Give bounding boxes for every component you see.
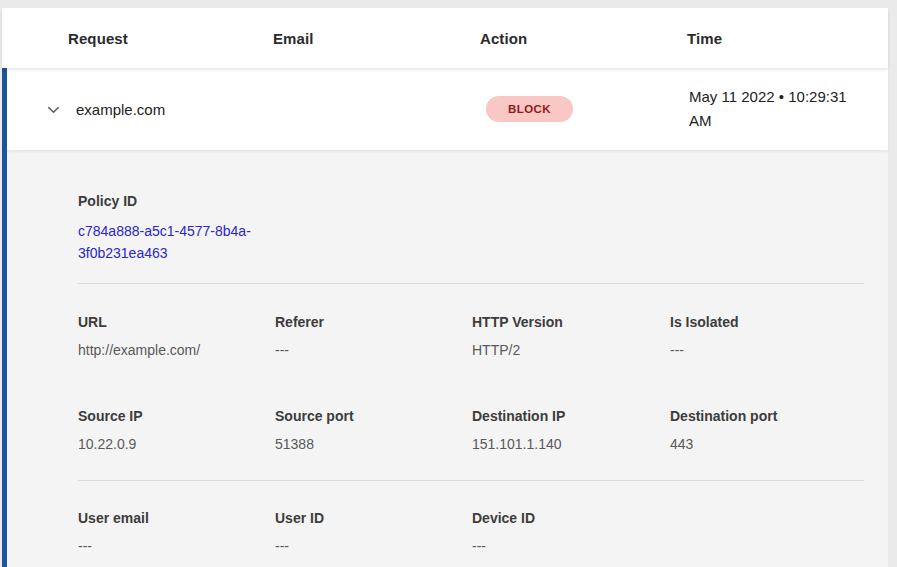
- field-value: 443: [670, 436, 864, 453]
- divider: [78, 283, 864, 284]
- field-value: ---: [78, 538, 275, 555]
- row-details-panel: Policy ID c784a888-a5c1-4577-8b4a-3f0b23…: [7, 150, 888, 567]
- divider: [78, 480, 864, 481]
- field-label: Referer: [275, 314, 472, 330]
- column-header-action: Action: [480, 30, 687, 47]
- action-cell: BLOCK: [482, 96, 689, 122]
- field-is-isolated: Is Isolated ---: [670, 314, 864, 359]
- field-label: Is Isolated: [670, 314, 864, 330]
- field-destination-port: Destination port 443: [670, 408, 864, 453]
- field-label: Source IP: [78, 408, 275, 424]
- field-label: HTTP Version: [472, 314, 670, 330]
- field-label: User ID: [275, 510, 472, 526]
- field-label: Source port: [275, 408, 472, 424]
- chevron-down-icon[interactable]: [44, 100, 62, 118]
- field-http-version: HTTP Version HTTP/2: [472, 314, 670, 359]
- field-value: ---: [275, 538, 472, 555]
- field-value: 10.22.0.9: [78, 436, 275, 453]
- field-label: URL: [78, 314, 275, 330]
- field-label: Destination IP: [472, 408, 670, 424]
- detail-row-user: User email --- User ID --- Device ID ---: [78, 510, 864, 555]
- log-table: Request Email Action Time example.com BL…: [2, 8, 888, 567]
- expanded-row-group: example.com BLOCK May 11 2022 • 10:29:31…: [2, 68, 888, 567]
- detail-row-network: Source IP 10.22.0.9 Source port 51388 De…: [78, 408, 864, 480]
- field-value: ---: [670, 342, 864, 359]
- column-header-email: Email: [273, 30, 480, 47]
- field-source-ip: Source IP 10.22.0.9: [78, 408, 275, 453]
- policy-id-block: Policy ID c784a888-a5c1-4577-8b4a-3f0b23…: [78, 193, 864, 283]
- field-url: URL http://example.com/: [78, 314, 275, 359]
- field-referer: Referer ---: [275, 314, 472, 359]
- time-cell: May 11 2022 • 10:29:31 AM: [689, 85, 888, 133]
- column-header-time: Time: [687, 30, 888, 47]
- field-value: ---: [275, 342, 472, 359]
- block-status-badge: BLOCK: [486, 96, 573, 122]
- field-label: Device ID: [472, 510, 670, 526]
- field-value: HTTP/2: [472, 342, 670, 359]
- column-header-request: Request: [68, 30, 273, 47]
- field-label: Destination port: [670, 408, 864, 424]
- field-device-id: Device ID ---: [472, 510, 670, 555]
- field-destination-ip: Destination IP 151.101.1.140: [472, 408, 670, 453]
- policy-id-label: Policy ID: [78, 193, 864, 209]
- field-value: ---: [472, 538, 670, 555]
- request-cell: example.com: [76, 101, 275, 118]
- field-value: 51388: [275, 436, 472, 453]
- page: Request Email Action Time example.com BL…: [0, 0, 897, 567]
- detail-row-http: URL http://example.com/ Referer --- HTTP…: [78, 314, 864, 359]
- table-row[interactable]: example.com BLOCK May 11 2022 • 10:29:31…: [7, 68, 888, 150]
- field-user-id: User ID ---: [275, 510, 472, 555]
- field-value: 151.101.1.140: [472, 436, 670, 453]
- field-source-port: Source port 51388: [275, 408, 472, 453]
- field-value: http://example.com/: [78, 342, 275, 359]
- field-user-email: User email ---: [78, 510, 275, 555]
- field-label: User email: [78, 510, 275, 526]
- table-header-row: Request Email Action Time: [2, 8, 888, 68]
- policy-id-link[interactable]: c784a888-a5c1-4577-8b4a-3f0b231ea463: [78, 221, 278, 264]
